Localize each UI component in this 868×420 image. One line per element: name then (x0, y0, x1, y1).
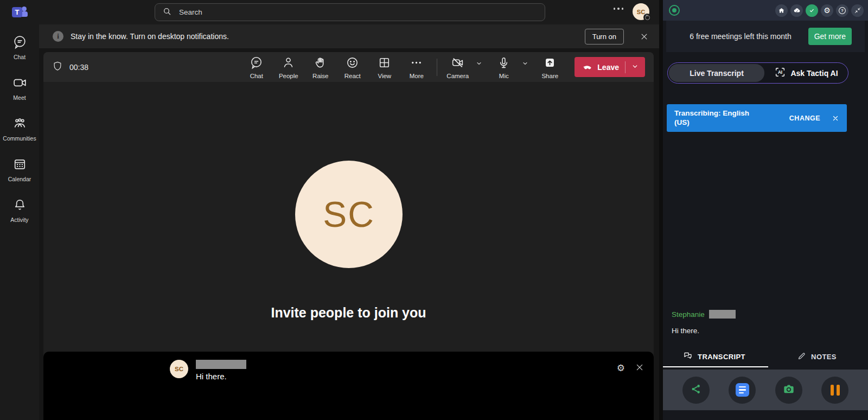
tab-ask-tactiq-ai[interactable]: AI Ask Tactiq AI (764, 66, 848, 80)
tab-transcript[interactable]: TRANSCRIPT (663, 346, 765, 367)
meetings-left-text: 6 free meetings left this month (684, 31, 797, 42)
caption-settings-gear-icon[interactable]: ⚙ (617, 362, 625, 374)
people-icon (282, 56, 295, 72)
timer-value: 00:38 (69, 63, 88, 72)
teams-logo-icon[interactable]: T (12, 4, 27, 18)
google-docs-button[interactable] (729, 377, 756, 404)
ellipsis-icon (410, 56, 423, 72)
share-screen-icon (543, 56, 557, 72)
people-button[interactable]: People (272, 55, 304, 79)
sidebar-item-label: Meet (13, 94, 25, 101)
grid-view-icon (378, 56, 391, 72)
view-button[interactable]: View (368, 55, 400, 79)
search-placeholder: Search (179, 8, 202, 16)
sidebar-item-label: Communities (3, 135, 36, 142)
active-tab-underline (663, 366, 768, 367)
mic-dropdown-icon[interactable] (522, 59, 528, 69)
settings-gear-icon[interactable]: ⚙ (821, 4, 833, 17)
share-transcript-button[interactable] (682, 377, 710, 404)
pause-icon (831, 385, 840, 396)
panel-bottom-tabs: TRANSCRIPT NOTES (663, 346, 868, 367)
react-button[interactable]: React (336, 55, 368, 79)
home-icon[interactable] (775, 4, 788, 17)
meeting-timer: 00:38 (52, 61, 88, 73)
sidebar-item-meet[interactable]: Meet (0, 68, 39, 109)
caption-speaker-name-redacted (196, 360, 246, 369)
camera-group: Camera (442, 55, 482, 79)
calendar-icon (12, 157, 27, 174)
sidebar-item-label: Activity (10, 217, 28, 223)
shield-check-icon[interactable] (806, 4, 818, 17)
transcript-mode-tabs: Live Transcript AI Ask Tactiq AI (667, 62, 848, 84)
teams-main-area: Search SC i Stay in the know. Turn on de… (39, 0, 659, 420)
pause-recording-button[interactable] (821, 377, 848, 404)
screenshot-camera-button[interactable] (775, 377, 802, 404)
svg-text:AI: AI (778, 70, 782, 75)
notification-message: Stay in the know. Turn on desktop notifi… (71, 32, 229, 41)
search-icon (163, 7, 171, 18)
raise-hand-button[interactable]: Raise (304, 55, 336, 79)
cloud-icon[interactable] (790, 4, 803, 17)
panel-action-bar (663, 370, 868, 410)
raise-hand-icon (314, 56, 327, 72)
help-icon[interactable]: ? (836, 4, 848, 17)
sidebar-nav: Chat Meet Communities Calendar (0, 27, 39, 231)
svg-text:?: ? (841, 8, 844, 13)
transcript-speaker: Stephanie (672, 310, 705, 319)
caption-speaker-avatar: SC (170, 360, 188, 378)
tab-live-transcript[interactable]: Live Transcript (669, 64, 764, 82)
notification-banner: i Stay in the know. Turn on desktop noti… (39, 24, 659, 48)
sidebar-item-chat[interactable]: Chat (0, 27, 39, 68)
sidebar-item-communities[interactable]: Communities (0, 109, 39, 149)
free-meetings-banner: 6 free meetings left this month Get more (666, 21, 865, 52)
change-language-button[interactable]: CHANGE (789, 114, 820, 122)
share-nodes-icon (690, 383, 703, 398)
stage-avatar: SC (295, 161, 403, 268)
captions-panel: SC Hi there. ⚙ (43, 352, 654, 420)
camera-dropdown-icon[interactable] (476, 59, 482, 69)
sidebar-item-calendar[interactable]: Calendar (0, 149, 39, 190)
collapse-icon[interactable] (851, 4, 864, 17)
smiley-icon (346, 56, 359, 72)
meeting-toolbar: 00:38 Chat People Raise (43, 52, 654, 82)
more-options-icon[interactable] (614, 8, 624, 10)
camera-button[interactable]: Camera (442, 55, 474, 79)
docs-icon (736, 383, 749, 397)
sidebar-item-activity[interactable]: Activity (0, 190, 39, 231)
transcribing-label: Transcribing: English (US) (674, 109, 764, 128)
chat-icon (12, 35, 27, 52)
turn-on-button[interactable]: Turn on (585, 29, 624, 44)
mic-group: Mic (488, 55, 528, 79)
get-more-button[interactable]: Get more (808, 28, 852, 45)
transcript-entry: Stephanie Hi there. (672, 310, 736, 335)
pencil-icon (797, 352, 806, 362)
chat-icon (250, 56, 263, 72)
search-input[interactable]: Search (155, 3, 545, 21)
camera-off-icon (451, 56, 464, 72)
close-icon[interactable] (640, 33, 648, 41)
tactiq-header: ⚙ ? (663, 0, 868, 21)
leave-dropdown-icon[interactable] (631, 62, 639, 72)
meeting-window: 00:38 Chat People Raise (43, 52, 654, 420)
avatar[interactable]: SC (633, 3, 649, 20)
tab-notes[interactable]: NOTES (765, 346, 868, 367)
toolbar-divider (437, 59, 437, 76)
shield-icon (52, 61, 63, 73)
sidebar-item-label: Chat (14, 54, 25, 60)
sidebar-item-label: Calendar (8, 176, 31, 182)
more-button[interactable]: More (400, 55, 432, 79)
camera-icon (782, 382, 796, 398)
mic-button[interactable]: Mic (488, 55, 520, 79)
video-camera-icon (12, 75, 27, 92)
transcript-text: Hi there. (672, 327, 736, 335)
tactiq-logo-icon (669, 5, 680, 16)
teams-app-sidebar: T Chat Meet Communities (0, 0, 39, 420)
mic-icon (497, 56, 510, 72)
invite-text: Invite people to join you (43, 305, 654, 321)
share-button[interactable]: Share (534, 55, 566, 79)
speaker-name-redacted (709, 310, 736, 319)
caption-close-icon[interactable] (635, 363, 644, 374)
close-icon[interactable] (832, 115, 839, 122)
leave-button[interactable]: Leave (575, 57, 645, 77)
chat-button[interactable]: Chat (240, 55, 272, 79)
